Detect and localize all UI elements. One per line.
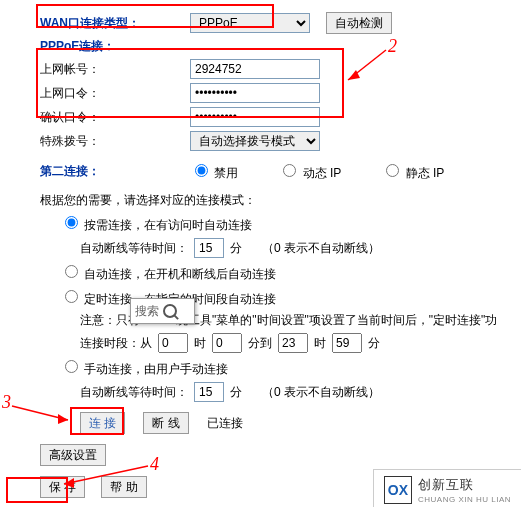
account-label: 上网帐号： <box>40 61 190 78</box>
second-conn-radio-static[interactable]: 静态 IP <box>381 161 444 182</box>
mode-auto-radio[interactable]: 自动连接，在开机和断线后自动连接 <box>60 262 276 283</box>
confirm-input[interactable] <box>190 107 320 127</box>
annotation-number-4: 4 <box>150 454 159 475</box>
auto-detect-button[interactable]: 自动检测 <box>326 12 392 34</box>
brand-name: 创新互联 <box>418 476 511 494</box>
auto-dc-unit: 分 <box>230 240 242 257</box>
auto-dc-wait-input-2[interactable] <box>194 382 224 402</box>
auto-dc-wait-label: 自动断线等待时间： <box>80 240 188 257</box>
brand-mark-icon: OX <box>384 476 412 504</box>
advanced-settings-button[interactable]: 高级设置 <box>40 444 106 466</box>
disconnect-button[interactable]: 断 线 <box>143 412 188 434</box>
connection-status: 已连接 <box>207 415 243 432</box>
time-from-hour-input[interactable] <box>158 333 188 353</box>
save-button[interactable]: 保 存 <box>40 476 85 498</box>
search-icon <box>163 304 177 318</box>
time-to-hour-input[interactable] <box>278 333 308 353</box>
annotation-number-2: 2 <box>388 36 397 57</box>
time-from-min-input[interactable] <box>212 333 242 353</box>
search-placeholder: 搜索 <box>135 303 159 320</box>
svg-marker-3 <box>58 414 68 424</box>
wan-type-select[interactable]: PPPoE <box>190 13 310 33</box>
annotation-number-3: 3 <box>2 392 11 413</box>
time-to-min-input[interactable] <box>332 333 362 353</box>
auto-dc-hint-2: （0 表示不自动断线） <box>262 384 380 401</box>
account-input[interactable] <box>190 59 320 79</box>
mode-manual-radio[interactable]: 手动连接，由用户手动连接 <box>60 357 228 378</box>
time-range-label: 连接时段：从 <box>80 335 152 352</box>
second-conn-radio-dynamic[interactable]: 动态 IP <box>278 161 341 182</box>
auto-dc-wait-label-2: 自动断线等待时间： <box>80 384 188 401</box>
password-label: 上网口令： <box>40 85 190 102</box>
second-conn-radio-disable[interactable]: 禁用 <box>190 161 238 182</box>
help-button[interactable]: 帮 助 <box>101 476 146 498</box>
auto-dc-wait-input[interactable] <box>194 238 224 258</box>
search-overlay[interactable]: 搜索 <box>130 298 195 324</box>
auto-dc-unit-2: 分 <box>230 384 242 401</box>
pppoe-title: PPPoE连接： <box>40 38 501 55</box>
wan-type-label: WAN口连接类型： <box>40 15 190 32</box>
special-dial-select[interactable]: 自动选择拨号模式 <box>190 131 320 151</box>
mode-on-demand-radio[interactable]: 按需连接，在有访问时自动连接 <box>60 213 252 234</box>
svg-line-2 <box>12 406 68 420</box>
second-conn-label: 第二连接： <box>40 163 190 180</box>
mode-prompt: 根据您的需要，请选择对应的连接模式： <box>40 192 501 209</box>
special-dial-label: 特殊拨号： <box>40 133 190 150</box>
brand-logo: OX 创新互联 CHUANG XIN HU LIAN <box>373 469 521 507</box>
confirm-label: 确认口令： <box>40 109 190 126</box>
brand-sub: CHUANG XIN HU LIAN <box>418 495 511 504</box>
password-input[interactable] <box>190 83 320 103</box>
auto-dc-hint: （0 表示不自动断线） <box>262 240 380 257</box>
connect-button[interactable]: 连 接 <box>80 412 125 434</box>
